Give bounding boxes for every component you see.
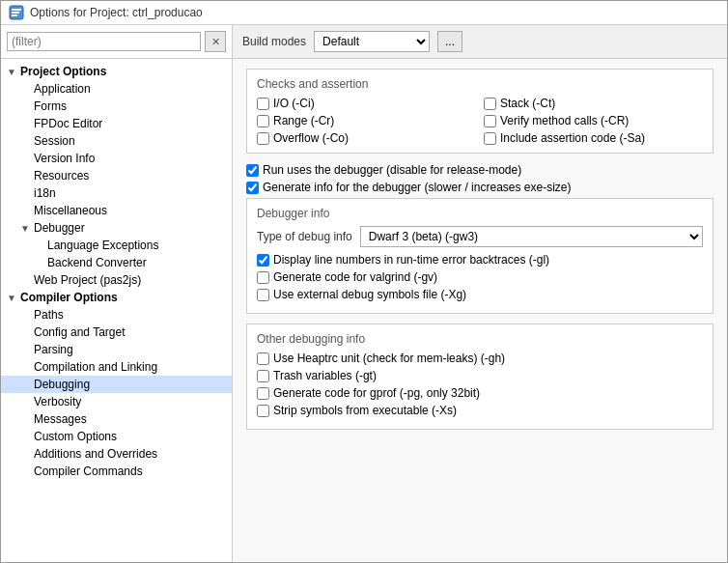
check-label-verify-method-calls: Verify method calls (-CR) — [500, 114, 629, 127]
left-panel: ✕ ▼ Project Options Application Forms FP… — [1, 25, 233, 562]
check-row-range-cr: Range (-Cr) — [257, 114, 476, 127]
generate-info-debugger-label: Generate info for the debugger (slower /… — [263, 181, 572, 194]
checks-section: Checks and assertion I/O (-Ci) Stack (-C… — [246, 69, 714, 154]
svg-rect-2 — [12, 12, 19, 14]
title-bar: Options for Project: ctrl_producao — [1, 1, 727, 25]
other-check-row-trash-variables: Trash variables (-gt) — [257, 369, 703, 382]
check-label-range-cr: Range (-Cr) — [273, 114, 334, 127]
checkbox-range-cr[interactable] — [257, 115, 269, 127]
tree-item-label: Verbosity — [34, 395, 81, 408]
tree-item-session[interactable]: Session — [1, 132, 232, 150]
tree-item-label: Session — [34, 134, 75, 148]
tree-item-compiler-options[interactable]: ▼ Compiler Options — [1, 289, 232, 306]
tree-item-backend-converter[interactable]: Backend Converter — [1, 254, 232, 271]
tree-item-debugging[interactable]: Debugging — [1, 376, 232, 393]
tree-item-language-exceptions[interactable]: Language Exceptions — [1, 237, 232, 254]
tree-item-web-project[interactable]: Web Project (pas2js) — [1, 271, 232, 289]
tree: ▼ Project Options Application Forms FPDo… — [1, 59, 232, 562]
tree-item-debugger[interactable]: ▼ Debugger — [1, 219, 232, 237]
other-check-label-use-heaptrc: Use Heaptrc unit (check for mem-leaks) (… — [273, 352, 505, 365]
tree-item-label: Debugging — [34, 378, 90, 391]
check-label-stack-ct: Stack (-Ct) — [500, 97, 555, 110]
tree-item-paths[interactable]: Paths — [1, 306, 232, 324]
tree-item-compiler-commands[interactable]: Compiler Commands — [1, 463, 232, 480]
tree-item-parsing[interactable]: Parsing — [1, 341, 232, 358]
other-check-label-trash-variables: Trash variables (-gt) — [273, 369, 377, 382]
checkbox-include-assertion-code[interactable] — [484, 132, 496, 145]
tree-item-resources[interactable]: Resources — [1, 167, 232, 184]
tree-item-config-and-target[interactable]: Config and Target — [1, 324, 232, 341]
tree-item-miscellaneous[interactable]: Miscellaneous — [1, 202, 232, 219]
tree-arrow: ▼ — [7, 67, 20, 77]
checkbox-stack-ct[interactable] — [484, 98, 496, 110]
window-title: Options for Project: ctrl_producao — [30, 6, 203, 19]
generate-info-debugger-checkbox[interactable] — [246, 182, 259, 194]
tree-item-label: Application — [34, 82, 91, 96]
check-row-stack-ct: Stack (-Ct) — [484, 97, 703, 110]
right-panel: Build modes Default ... Checks and asser… — [233, 25, 727, 562]
tree-item-verbosity[interactable]: Verbosity — [1, 393, 232, 410]
tree-item-project-options[interactable]: ▼ Project Options — [1, 63, 232, 80]
tree-item-custom-options[interactable]: Custom Options — [1, 428, 232, 445]
check-label-include-assertion-code: Include assertion code (-Sa) — [500, 131, 645, 145]
tree-item-label: Compilation and Linking — [34, 360, 157, 374]
other-checkbox-trash-variables[interactable] — [257, 370, 269, 382]
tree-item-label: Backend Converter — [47, 256, 147, 269]
build-modes-more-button[interactable]: ... — [437, 31, 462, 52]
toolbar: Build modes Default ... — [233, 25, 727, 59]
type-of-debug-row: Type of debug info Dwarf 3 (beta) (-gw3) — [257, 226, 703, 247]
run-uses-debugger-checkbox[interactable] — [246, 164, 259, 177]
tree-item-forms[interactable]: Forms — [1, 98, 232, 115]
tree-item-label: Additions and Overrides — [34, 447, 157, 461]
generate-code-valgrind-row: Generate code for valgrind (-gv) — [257, 270, 703, 284]
tree-item-label: Messages — [34, 412, 87, 426]
checkbox-verify-method-calls[interactable] — [484, 115, 496, 127]
svg-rect-1 — [12, 9, 21, 11]
run-uses-debugger-label: Run uses the debugger (disable for relea… — [263, 163, 521, 177]
filter-input[interactable] — [7, 32, 201, 51]
tree-item-label: FPDoc Editor — [34, 117, 102, 130]
tree-item-label: i18n — [34, 186, 56, 200]
main-content: Checks and assertion I/O (-Ci) Stack (-C… — [233, 59, 727, 562]
tree-item-version-info[interactable]: Version Info — [1, 150, 232, 167]
tree-item-label: Debugger — [34, 221, 85, 235]
display-line-numbers-checkbox[interactable] — [257, 254, 269, 267]
tree-item-label: Forms — [34, 99, 67, 113]
window-icon — [9, 5, 24, 20]
generate-code-valgrind-checkbox[interactable] — [257, 271, 269, 284]
tree-item-i18n[interactable]: i18n — [1, 184, 232, 202]
other-checkbox-use-heaptrc[interactable] — [257, 352, 269, 365]
other-checkbox-strip-symbols[interactable] — [257, 405, 269, 417]
tree-item-label: Config and Target — [34, 325, 126, 339]
check-row-verify-method-calls: Verify method calls (-CR) — [484, 114, 703, 127]
other-check-label-strip-symbols: Strip symbols from executable (-Xs) — [273, 404, 457, 417]
use-external-debug-checkbox[interactable] — [257, 289, 269, 301]
tree-item-application[interactable]: Application — [1, 80, 232, 98]
other-check-row-use-heaptrc: Use Heaptrc unit (check for mem-leaks) (… — [257, 352, 703, 365]
generate-code-valgrind-label: Generate code for valgrind (-gv) — [273, 270, 437, 284]
check-label-overflow-co: Overflow (-Co) — [273, 131, 349, 145]
tree-item-messages[interactable]: Messages — [1, 410, 232, 428]
tree-item-label: Resources — [34, 169, 89, 183]
tree-item-fpcdoc-editor[interactable]: FPDoc Editor — [1, 115, 232, 132]
tree-arrow: ▼ — [7, 293, 20, 303]
other-checks-container: Use Heaptrc unit (check for mem-leaks) (… — [257, 352, 703, 417]
type-of-debug-select[interactable]: Dwarf 3 (beta) (-gw3) — [360, 226, 703, 247]
generate-info-debugger-row: Generate info for the debugger (slower /… — [246, 181, 714, 194]
other-check-row-generate-code-gprof: Generate code for gprof (-pg, only 32bit… — [257, 386, 703, 400]
tree-item-compilation-and-linking[interactable]: Compilation and Linking — [1, 358, 232, 376]
tree-item-label: Language Exceptions — [47, 239, 158, 252]
tree-arrow: ▼ — [20, 223, 34, 234]
checkbox-overflow-co[interactable] — [257, 132, 269, 145]
tree-item-additions-and-overrides[interactable]: Additions and Overrides — [1, 445, 232, 463]
checkbox-io-ci[interactable] — [257, 98, 269, 110]
checks-grid: I/O (-Ci) Stack (-Ct) Range (-Cr) Verify… — [257, 97, 703, 145]
other-debugging-section: Other debugging info Use Heaptrc unit (c… — [246, 324, 714, 430]
build-modes-select[interactable]: Default — [314, 31, 430, 52]
run-uses-debugger-row: Run uses the debugger (disable for relea… — [246, 163, 714, 177]
use-external-debug-label: Use external debug symbols file (-Xg) — [273, 288, 466, 301]
other-checkbox-generate-code-gprof[interactable] — [257, 387, 269, 400]
other-check-label-generate-code-gprof: Generate code for gprof (-pg, only 32bit… — [273, 386, 480, 400]
tree-item-label: Custom Options — [34, 430, 117, 443]
filter-clear-button[interactable]: ✕ — [205, 31, 226, 52]
